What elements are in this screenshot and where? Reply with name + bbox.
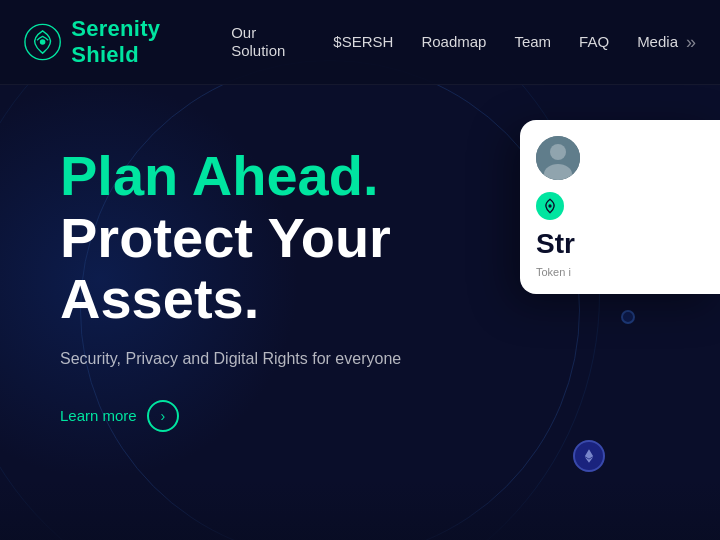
logo-icon <box>24 23 61 61</box>
ethereum-icon <box>581 448 597 464</box>
logo[interactable]: Serenity Shield <box>24 16 231 68</box>
nav-faq[interactable]: FAQ <box>579 33 609 50</box>
card-logo-icon <box>542 198 558 214</box>
hero-headline: Plan Ahead. Protect Your Assets. <box>60 145 520 330</box>
card-title: Str <box>536 228 704 260</box>
hero-headline-accent: Plan Ahead. <box>60 144 378 207</box>
nav-team[interactable]: Team <box>514 33 551 50</box>
card-avatar <box>536 136 580 180</box>
card-subtitle: Token i <box>536 266 704 278</box>
svg-point-5 <box>548 204 551 207</box>
hero-subtitle: Security, Privacy and Digital Rights for… <box>60 350 520 368</box>
floating-card: Str Token i <box>520 120 720 294</box>
navbar: Serenity Shield Our Solution $SERSH Road… <box>0 0 720 85</box>
avatar-image <box>536 136 580 180</box>
learn-more-label: Learn more <box>60 407 137 424</box>
svg-point-3 <box>550 144 566 160</box>
learn-more-link[interactable]: Learn more › <box>60 400 520 432</box>
nav-more-icon[interactable]: » <box>686 32 696 53</box>
card-brand-badge <box>536 192 564 220</box>
arc-node-2 <box>621 310 635 324</box>
hero-section: Plan Ahead. Protect Your Assets. Securit… <box>0 85 560 472</box>
logo-text: Serenity Shield <box>71 16 231 68</box>
nav-media[interactable]: Media <box>637 33 678 50</box>
nav-links: Our Solution $SERSH Roadmap Team FAQ Med… <box>231 24 678 60</box>
nav-our-solution[interactable]: Our Solution <box>231 24 285 59</box>
arc-node-ethereum <box>573 440 605 472</box>
learn-more-arrow-icon: › <box>147 400 179 432</box>
nav-roadmap[interactable]: Roadmap <box>421 33 486 50</box>
svg-point-1 <box>40 39 46 45</box>
bottom-fade <box>0 480 720 540</box>
hero-headline-main: Protect Your Assets. <box>60 206 391 331</box>
nav-sersh[interactable]: $SERSH <box>333 33 393 50</box>
